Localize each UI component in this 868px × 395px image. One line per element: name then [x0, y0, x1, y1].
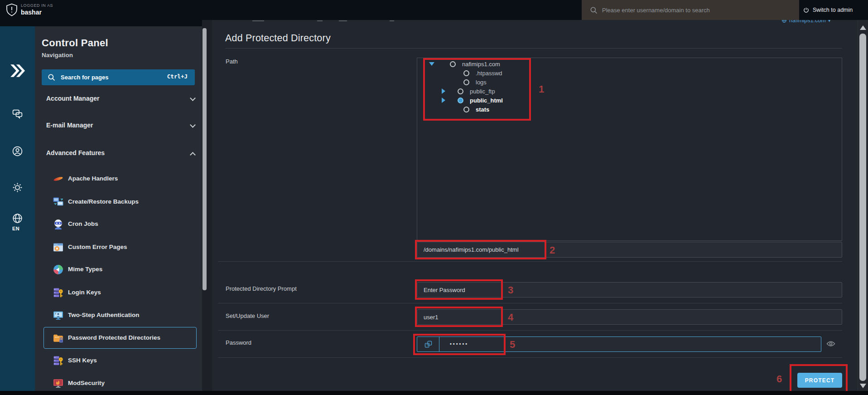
row-divider — [218, 303, 842, 303]
robot-icon — [53, 219, 64, 230]
directadmin-app: LOGGED IN AS bashar Switch to admin — [0, 0, 868, 395]
tree-node-label[interactable]: public_ftp — [470, 88, 495, 95]
breadcrumb-remnant — [390, 20, 394, 21]
tree-radio[interactable] — [463, 107, 469, 112]
annotation-number-6: 6 — [776, 373, 782, 385]
scroll-up-arrow[interactable] — [860, 25, 866, 30]
sidebar-item-custom-error-pages[interactable]: Custom Error Pages — [35, 236, 202, 258]
page-scrollbar-thumb[interactable] — [859, 34, 866, 381]
global-search — [582, 0, 799, 20]
logged-in-as-label: LOGGED IN AS — [21, 3, 53, 8]
sidebar-item-label: Cron Jobs — [68, 220, 98, 227]
global-search-input[interactable] — [602, 7, 799, 14]
username-label: bashar — [21, 9, 42, 16]
sidebar-item-label: Apache Handlers — [68, 175, 118, 182]
sidebar-subtitle: Navigation — [42, 52, 73, 59]
tree-row-public-ftp[interactable]: public_ftp — [442, 87, 495, 96]
chevron-up-icon — [190, 152, 196, 158]
sidebar-item-login-keys[interactable]: Login Keys — [35, 282, 202, 303]
tree-radio[interactable] — [458, 88, 463, 94]
sidebar-item-ssh-keys[interactable]: SSH Keys — [35, 350, 202, 371]
section-account-manager[interactable]: Account Manager — [46, 95, 191, 106]
tree-radio[interactable] — [463, 79, 469, 85]
domain-selector-label: nafimips1.com — [789, 20, 826, 24]
tree-row-root[interactable]: nafimips1.com — [429, 59, 500, 68]
expander-right-icon[interactable] — [442, 88, 445, 94]
sidebar-item-label: Mime Types — [68, 266, 102, 273]
section-email-manager[interactable]: E-mail Manager — [46, 122, 191, 132]
tree-row-htpasswd[interactable]: .htpasswd — [463, 68, 502, 78]
password-input[interactable]: •••••• — [417, 336, 821, 352]
settings-gear-icon[interactable] — [12, 182, 23, 193]
sidebar-item-two-step-authentication[interactable]: Two-Step Authentication — [35, 304, 202, 326]
search-icon — [590, 6, 598, 14]
power-icon — [803, 7, 810, 14]
topbar-shadow — [0, 20, 202, 26]
annotation-number-5: 5 — [510, 339, 515, 351]
backup-monitors-icon — [53, 196, 64, 208]
search-shortcut-badge: Ctrl+J — [167, 73, 188, 80]
messages-icon[interactable] — [12, 108, 23, 120]
shield-alert-icon — [5, 3, 18, 17]
switch-to-admin-label: Switch to admin — [813, 7, 853, 13]
sidebar-item-mime-types[interactable]: Mime Types — [35, 258, 202, 280]
chevron-down-icon — [190, 95, 196, 101]
generate-password-button[interactable] — [417, 337, 439, 351]
tree-row-stats[interactable]: stats — [463, 105, 489, 114]
scroll-down-arrow[interactable] — [860, 384, 866, 388]
sidebar-search-label: Search for pages — [61, 74, 109, 81]
domain-selector[interactable]: nafimips1.com ▾ — [781, 20, 845, 24]
page-scrollbar[interactable] — [858, 20, 868, 391]
tree-node-label[interactable]: nafimips1.com — [462, 61, 500, 68]
tree-radio-selected[interactable] — [458, 98, 463, 103]
brand-logo-icon[interactable] — [9, 63, 25, 78]
tree-radio[interactable] — [450, 61, 456, 67]
sidebar-item-label: Login Keys — [68, 289, 101, 296]
expander-down-icon[interactable] — [429, 62, 434, 66]
tree-node-label[interactable]: .htpasswd — [476, 70, 502, 77]
user-profile-icon[interactable] — [12, 146, 23, 157]
section-advanced-features[interactable]: Advanced Features — [46, 149, 191, 160]
show-password-eye-icon[interactable] — [826, 340, 835, 347]
path-input[interactable] — [417, 242, 842, 258]
sidebar-item-cron-jobs[interactable]: Cron Jobs — [35, 213, 202, 235]
server-key-icon — [53, 355, 64, 366]
sidebar-item-create-restore-backups[interactable]: Create/Restore Backups — [35, 191, 202, 213]
section-label: Account Manager — [46, 95, 99, 102]
tree-row-logs[interactable]: logs — [463, 78, 487, 87]
section-label: E-mail Manager — [46, 122, 93, 129]
folder-lock-icon — [53, 332, 64, 344]
sidebar-item-password-protected-directories[interactable]: Password Protected Directories — [35, 327, 202, 349]
apache-feather-icon — [53, 173, 64, 185]
sidebar-scrollbar-thumb[interactable] — [203, 28, 207, 290]
bottom-edge — [0, 391, 868, 395]
globe-icon — [781, 20, 787, 23]
tree-node-label[interactable]: stats — [476, 106, 489, 113]
tree-radio[interactable] — [463, 70, 469, 76]
page-title: Add Protected Directory — [225, 33, 331, 44]
tree-node-label[interactable]: public_html — [470, 97, 503, 104]
prompt-input[interactable] — [417, 282, 842, 297]
sidebar-item-apache-handlers[interactable]: Apache Handlers — [35, 168, 202, 190]
path-label: Path — [226, 58, 238, 65]
protect-button[interactable]: PROTECT — [797, 373, 842, 388]
breadcrumb-remnant — [317, 20, 323, 21]
switch-to-admin-button[interactable]: Switch to admin — [799, 0, 868, 20]
tree-node-label[interactable]: logs — [476, 79, 487, 86]
search-icon — [48, 73, 55, 81]
sidebar-item-label: Custom Error Pages — [68, 244, 127, 250]
user-label: Set/Update User — [226, 312, 269, 319]
monitor-user-icon — [53, 310, 64, 321]
title-divider — [225, 48, 842, 49]
top-bar: LOGGED IN AS bashar Switch to admin — [0, 0, 868, 20]
language-globe-icon[interactable] — [12, 213, 23, 224]
sidebar-item-label: Two-Step Authentication — [68, 312, 140, 318]
row-divider — [218, 357, 842, 358]
user-input[interactable] — [417, 309, 842, 325]
section-label: Advanced Features — [46, 149, 105, 156]
sidebar-page-search[interactable]: Search for pages Ctrl+J — [42, 69, 195, 85]
tree-row-public-html[interactable]: public_html — [442, 96, 503, 105]
icon-rail: EN — [0, 26, 35, 391]
expander-right-icon[interactable] — [442, 98, 445, 103]
prompt-label: Protected Directory Prompt — [226, 285, 297, 292]
